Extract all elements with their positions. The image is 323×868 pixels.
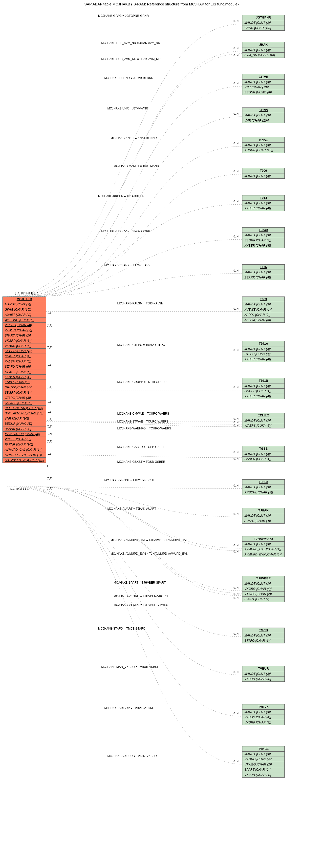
source-cards-top: {0,1} {0,1} {0,1} {0,1}	[15, 291, 39, 294]
field-row: AVMUPD_CAL [CHAR (1)]	[242, 547, 285, 552]
field-row: CMWAE [CUKY (5)]	[3, 401, 46, 406]
table-tcurc: TCURCMANDT [CLNT (3)]WAERS [CUKY (5)]	[242, 413, 285, 429]
field-row: GSBER [CHAR (4)]	[242, 457, 285, 462]
field-row: BEDNR [NUMC (6)]	[3, 421, 46, 427]
cardinality: 0..N	[234, 47, 238, 50]
cardinality: 0..N	[234, 760, 238, 763]
field-row: CTLPC [CHAR (3)]	[3, 395, 46, 401]
edge-label: MCJHAKB-MANDT = T000-MANDT	[113, 164, 162, 168]
table-header: T000	[242, 168, 285, 174]
cardinality: 0..N	[234, 417, 238, 420]
cardinality: {0,1}	[47, 385, 52, 389]
field-row: VKORG [CHAR (4)]	[3, 323, 46, 328]
table-header: T024B	[242, 227, 285, 233]
table-t691a: T691AMANDT [CLNT (3)]CTLPC [CHAR (3)]KKB…	[242, 341, 285, 362]
table-jjtvv: JJTVVMANDT [CLNT (3)]VNR [CHAR (10)]	[242, 107, 285, 123]
table-header: TGSB	[242, 446, 285, 452]
field-row: MANDT [CLNT (3)]	[242, 20, 285, 26]
table-t691b: T691BMANDT [CLNT (3)]GRUPP [CHAR (4)]KKB…	[242, 378, 285, 399]
field-row: KUNNR [CHAR (10)]	[242, 148, 285, 153]
cardinality: {0,1}	[47, 324, 52, 327]
cardinality: 0..N	[234, 592, 238, 595]
field-row: KAPPL [CHAR (2)]	[242, 312, 285, 317]
field-row: KKBER [CHAR (4)]	[242, 394, 285, 399]
field-row: CTLPC [CHAR (3)]	[242, 351, 285, 357]
cardinality: 0..N	[234, 513, 238, 516]
field-row: STAFO [CHAR (6)]	[242, 638, 285, 643]
table-header: T683	[242, 297, 285, 302]
edge-label: MCJHAKB-BSARK = T176-BSARK	[104, 264, 151, 267]
cardinality: {0,1}	[47, 400, 52, 403]
table-tjhvber: TJHVBERMANDT [CLNT (3)]VKORG [CHAR (4)]V…	[242, 576, 285, 602]
field-row: BEDNR [NUMC (6)]	[242, 90, 285, 95]
table-header: TVBVK	[242, 705, 285, 710]
cardinality: 0..N	[234, 671, 238, 674]
cardinality: 0..N	[234, 550, 238, 553]
field-row: BSARK [CHAR (4)]	[3, 427, 46, 432]
field-row: STWAE [CUKY (5)]	[3, 369, 46, 375]
table-header: JGTGPNR	[242, 15, 285, 20]
cardinality: 0..N	[234, 424, 238, 427]
cardinality: 0..N	[234, 269, 238, 272]
field-row: SPART [CHAR (2)]	[3, 333, 46, 338]
edge-label: MCJHAKB-AVMUPD_EVN = TJHAVMUPD-AVMUPD_EV…	[110, 552, 189, 555]
table-t176: T176MANDT [CLNT (3)]BSARK [CHAR (4)]	[242, 265, 285, 280]
field-row: MANDT [CLNT (3)]	[242, 143, 285, 148]
field-row: PROSL [CHAR (5)]	[3, 437, 46, 442]
field-row: REF_AVM_NR [CHAR (10)]	[3, 406, 46, 411]
field-row: PRSCHL [CHAR (5)]	[242, 490, 285, 495]
field-row: MANDT [CLNT (3)]	[242, 113, 285, 118]
table-header: TCURC	[242, 413, 285, 418]
field-row: MANDT [CLNT (3)]	[242, 174, 285, 178]
edge-label: MCJHAKB-SPART = TJHVBER-SPART	[113, 581, 166, 584]
page-title: SAP ABAP table MCJHAKB {IS-PAM: Referenc…	[0, 2, 323, 6]
edge-label: MCJHAKB-VKORG = TJHVBER-VKORG	[113, 594, 169, 598]
table-header: JJTVV	[242, 108, 285, 113]
field-row: KNKLI [CHAR (10)]	[3, 380, 46, 385]
table-t014: T014MANDT [CLNT (3)]KKBER [CHAR (4)]	[242, 195, 285, 211]
cardinality: {0,1}	[47, 440, 52, 443]
field-row: MANDT [CLNT (3)]	[242, 452, 285, 457]
field-row: VKBUR [CHAR (4)]	[242, 772, 285, 777]
field-row: SBGRP [CHAR (3)]	[242, 238, 285, 243]
table-kna1: KNA1MANDT [CLNT (3)]KUNNR [CHAR (10)]	[242, 137, 285, 153]
field-row: MANDT [CLNT (3)]	[242, 541, 285, 547]
table-tjhak: TJHAKMANDT [CLNT (3)]AUART [CHAR (4)]	[242, 508, 285, 524]
table-tjh23: TJH23MANDT [CLNT (3)]PRSCHL [CHAR (5)]	[242, 479, 285, 495]
field-row: KKBER [CHAR (4)]	[242, 206, 285, 211]
field-row: VKBUR [CHAR (4)]	[3, 343, 46, 349]
edge-label: MCJHAKB-CTLPC = T691A-CTLPC	[117, 343, 166, 347]
cardinality: 0..N	[234, 20, 238, 23]
edge-label: MCJHAKB-KNKLI = KNA1-KUNNR	[110, 136, 157, 140]
edge-label: MCJHAKB-PROSL = TJH23-PRSCHL	[104, 478, 155, 482]
field-row: VNR [CHAR (10)]	[3, 416, 46, 421]
field-row: KKBER [CHAR (4)]	[242, 243, 285, 248]
cardinality: 0..N	[234, 451, 238, 454]
field-row: MANDT [CLNT (3)]	[242, 302, 285, 307]
edge-label: MCJHAKB-KKBER = T014-KKBER	[98, 194, 145, 198]
edge-label: MCJHAKB-SBGRP = T024B-SBGRP	[101, 229, 151, 233]
field-row: WAEHRG [CUKY (5)]	[3, 317, 46, 323]
field-row: VNR [CHAR (10)]	[242, 85, 285, 90]
edge-label: MCJHAKB-CMWAE = TCURC-WAERS	[117, 412, 170, 415]
field-row: MANDT [CLNT (3)]	[242, 346, 285, 351]
edge-label: MCJHAKB-VKBUR = TVKBZ-VKBUR	[107, 754, 157, 758]
field-row: KALSM [CHAR (6)]	[3, 359, 46, 364]
table-tgsb: TGSBMANDT [CLNT (3)]GSBER [CHAR (4)]	[242, 446, 285, 462]
field-row: SPART [CHAR (2)]	[242, 767, 285, 772]
field-row: MANDT [CLNT (3)]	[242, 200, 285, 206]
field-row: VNR [CHAR (10)]	[242, 118, 285, 123]
field-row: SD_VBELN_VA [CHAR (10)]	[3, 458, 46, 463]
cardinality: 0..N	[234, 349, 238, 351]
field-row: VKORG [CHAR (4)]	[242, 757, 285, 762]
table-header: TVKBZ	[242, 746, 285, 752]
field-row: AVMUPD_EVN [CHAR (1)]	[3, 453, 46, 458]
table-header: T176	[242, 265, 285, 270]
field-row: SPART [CHAR (2)]	[242, 597, 285, 602]
cardinality: {0,1}	[47, 425, 52, 428]
field-row: KALSM [CHAR (6)]	[242, 317, 285, 322]
cardinality: 0..N	[234, 457, 238, 460]
field-row: MANDT [CLNT (3)]	[242, 383, 285, 389]
edge-label: MCJHAKB-KALSM = T683-KALSM	[117, 302, 164, 305]
edge-label: MCJHAKB-STAFO = TMCB-STAFO	[98, 627, 146, 630]
